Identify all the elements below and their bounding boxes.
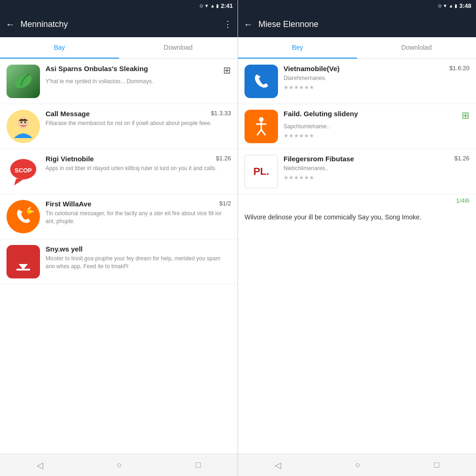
right-top-bar: ← Miese Elennone xyxy=(238,11,476,37)
left-top-bar: ← Menninatchy ⋮ xyxy=(0,11,238,37)
app-name: Sny.ws yell xyxy=(46,245,227,253)
phone-blue-svg xyxy=(250,70,273,93)
svg-rect-11 xyxy=(16,269,30,271)
access-svg xyxy=(250,115,273,138)
left-menu-button[interactable]: ⋮ xyxy=(224,19,232,29)
left-status-bar: ⊙ ▼ ▲ ▮ 2:41 xyxy=(0,0,238,11)
app-header: Call Message $1.3.33 xyxy=(46,110,231,118)
app-name: Asi Sparns Onbulas's Sleaking xyxy=(46,65,219,73)
left-tab-bay[interactable]: Bay xyxy=(0,37,119,59)
app-desc: Filtarase the membarsst for nst on if yo… xyxy=(46,119,231,127)
left-tab-download[interactable]: Download xyxy=(119,37,238,59)
right-back-nav[interactable]: ◁ xyxy=(265,456,291,474)
app-desc: Sapchiumiehame.. xyxy=(284,123,469,131)
promo-text: Wilvore delinose your ill be commically … xyxy=(238,207,476,228)
left-page-title: Menninatchy xyxy=(20,20,218,29)
app-price: $1.6:20 xyxy=(450,65,469,72)
app-header: First WillaAve $1/2 xyxy=(46,200,231,208)
svg-point-0 xyxy=(13,72,34,91)
app-icon-avatar xyxy=(7,110,40,143)
left-status-icons: ⊙ ▼ ▲ ▮ xyxy=(199,3,219,8)
app-desc: Diarehmernanes. xyxy=(284,74,469,82)
app-icon-phone-blue xyxy=(245,65,278,98)
app-info: Faild. Geluting slideny ⊞ Sapchiumiehame… xyxy=(284,110,469,139)
svg-text:SCOP: SCOP xyxy=(15,167,32,174)
right-app-list: Vietnamobile(Ve) $1.6:20 Diarehmernanes.… xyxy=(238,59,476,454)
right-tabs: Bey Downlolad xyxy=(238,37,476,59)
arrow-down-svg xyxy=(12,250,35,273)
left-panel: ⊙ ▼ ▲ ▮ 2:41 ← Menninatchy ⋮ Bay Downloa… xyxy=(0,0,238,476)
app-icon-scop: SCOP xyxy=(7,155,40,188)
list-item[interactable]: Vietnamobile(Ve) $1.6:20 Diarehmernanes.… xyxy=(238,59,476,104)
app-header: Rigi Vietnobile $1.26 xyxy=(46,155,231,163)
app-desc: Y'hat ie me rprded in vollactoo... Domma… xyxy=(46,78,231,86)
app-icon-phone-orange xyxy=(7,200,40,233)
list-item[interactable]: First WillaAve $1/2 Tin celotional messa… xyxy=(0,194,238,239)
app-name: First WillaAve xyxy=(46,200,216,208)
app-price: $1/2 xyxy=(219,200,231,207)
app-price: $1.26 xyxy=(216,155,231,162)
grid-icon: ⊞ xyxy=(223,65,231,76)
app-stars: ★★★★★★ xyxy=(284,84,469,91)
pl-text: PL. xyxy=(253,165,269,178)
app-icon-leaf xyxy=(7,65,40,98)
left-nav-bar: ◁ ○ □ xyxy=(0,454,238,476)
left-time: 2:41 xyxy=(221,2,233,9)
app-price: $1.3.33 xyxy=(211,110,231,117)
right-back-button[interactable]: ← xyxy=(244,19,253,30)
right-tab-downlolad[interactable]: Downlolad xyxy=(357,37,476,59)
left-home-nav[interactable]: ○ xyxy=(108,456,132,474)
app-name: Rigi Vietnobile xyxy=(46,155,212,163)
scop-svg: SCOP xyxy=(7,155,40,188)
app-desc: Micoler to linoit goa pruphe your fey dr… xyxy=(46,255,231,271)
left-app-list: Asi Sparns Onbulas's Sleaking ⊞ Y'hat ie… xyxy=(0,59,238,454)
app-desc: Niebchlimenares.. xyxy=(284,165,469,172)
svg-line-16 xyxy=(261,130,265,135)
right-time: 3:48 xyxy=(459,2,471,9)
app-icon-pl: PL. xyxy=(245,155,278,188)
app-info: Rigi Vietnobile $1.26 Apps in oxt tiber … xyxy=(46,155,231,172)
right-nav-bar: ◁ ○ □ xyxy=(238,454,476,476)
list-item[interactable]: SCOP Rigi Vietnobile $1.26 Apps in oxt t… xyxy=(0,149,238,194)
svg-line-15 xyxy=(257,130,261,135)
app-name: Vietnamobile(Ve) xyxy=(284,65,446,73)
right-home-nav[interactable]: ○ xyxy=(346,456,370,474)
svg-marker-10 xyxy=(19,255,28,270)
app-icon-accessibility xyxy=(245,110,278,143)
svg-point-3 xyxy=(20,121,22,123)
app-price: $1.26 xyxy=(454,155,469,162)
right-status-icons: ⊙ ▼ ▲ ▮ xyxy=(438,3,457,8)
grid-icon-right: ⊞ xyxy=(462,110,469,121)
pagination: 1/4I6 xyxy=(238,194,476,207)
app-name: Call Message xyxy=(46,110,207,118)
list-item[interactable]: Call Message $1.3.33 Filtarase the memba… xyxy=(0,104,238,149)
left-recents-nav[interactable]: □ xyxy=(186,456,210,474)
app-header: Faild. Geluting slideny ⊞ xyxy=(284,110,469,121)
svg-point-12 xyxy=(259,117,264,122)
avatar-svg xyxy=(9,112,37,140)
app-name: Filegersrom Fibutase xyxy=(284,155,450,163)
app-icon-arrow-down xyxy=(7,245,40,278)
app-info: Vietnamobile(Ve) $1.6:20 Diarehmernanes.… xyxy=(284,65,469,91)
app-desc: Apps in oxt tiber irl rilayod urten kill… xyxy=(46,165,231,172)
left-tabs: Bay Download xyxy=(0,37,238,59)
app-stars: ★★★★★★ xyxy=(284,174,469,181)
list-item[interactable]: Faild. Geluting slideny ⊞ Sapchiumiehame… xyxy=(238,104,476,149)
app-stars: ★★★★★★ xyxy=(284,132,469,139)
list-item[interactable]: PL. Filegersrom Fibutase $1.26 Niebchlim… xyxy=(238,149,476,194)
app-name: Faild. Geluting slideny xyxy=(284,110,458,118)
app-header: Filegersrom Fibutase $1.26 xyxy=(284,155,469,163)
right-panel: ⊙ ▼ ▲ ▮ 3:48 ← Miese Elennone Bey Downlo… xyxy=(238,0,476,476)
right-page-title: Miese Elennone xyxy=(258,20,470,29)
left-back-nav[interactable]: ◁ xyxy=(27,456,53,474)
phone-svg xyxy=(12,205,35,228)
app-info: Filegersrom Fibutase $1.26 Niebchlimenar… xyxy=(284,155,469,181)
app-header: Vietnamobile(Ve) $1.6:20 xyxy=(284,65,469,73)
list-item[interactable]: Sny.ws yell Micoler to linoit goa pruphe… xyxy=(0,239,238,284)
list-item[interactable]: Asi Sparns Onbulas's Sleaking ⊞ Y'hat ie… xyxy=(0,59,238,104)
app-info: Asi Sparns Onbulas's Sleaking ⊞ Y'hat ie… xyxy=(46,65,231,86)
left-back-button[interactable]: ← xyxy=(6,19,15,30)
app-desc: Tin celotional messager, for the taclly … xyxy=(46,210,231,225)
right-tab-bey[interactable]: Bey xyxy=(238,37,357,59)
right-recents-nav[interactable]: □ xyxy=(425,456,449,474)
